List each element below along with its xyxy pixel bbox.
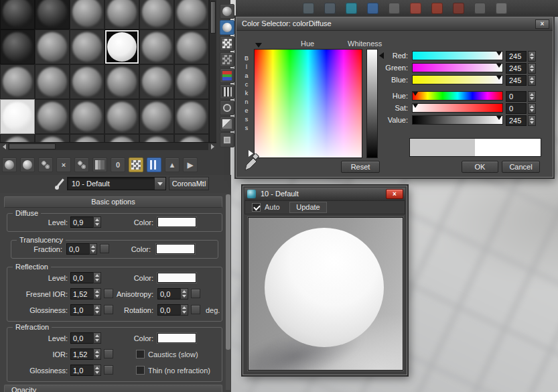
background-button[interactable]	[220, 36, 234, 51]
make-material-copy-button[interactable]	[74, 157, 89, 172]
hue-slider-marker[interactable]	[413, 92, 418, 96]
main-toolbar-icon[interactable]	[303, 3, 314, 14]
reset-material-button[interactable]: ×	[56, 157, 71, 172]
scrollbar-handle[interactable]	[226, 194, 230, 350]
sample-slot[interactable]	[174, 0, 209, 29]
green-spinner[interactable]	[528, 63, 536, 74]
main-toolbar-icon[interactable]	[324, 3, 336, 14]
hue-value-field[interactable]: 0	[506, 91, 527, 102]
blue-slider-marker[interactable]	[496, 76, 502, 80]
main-toolbar-icon[interactable]	[346, 3, 357, 14]
sample-slot[interactable]	[70, 0, 104, 29]
green-value-field[interactable]: 245	[506, 63, 527, 74]
sample-slot[interactable]	[0, 64, 35, 99]
refraction-glossiness-spinner[interactable]: 1,0	[70, 365, 101, 376]
get-material-button[interactable]	[2, 157, 17, 172]
scrollbar-handle[interactable]	[210, 1, 216, 34]
sample-slot[interactable]	[139, 0, 174, 29]
main-toolbar-icon[interactable]	[367, 3, 378, 14]
scrollbar-handle[interactable]	[9, 143, 56, 149]
sample-slot[interactable]	[35, 134, 70, 142]
sample-uv-tiling-button[interactable]	[220, 52, 234, 67]
pick-material-eyedropper-icon[interactable]	[54, 178, 66, 190]
reflection-color-swatch[interactable]	[157, 273, 196, 283]
ior-map-button[interactable]	[104, 349, 113, 358]
blue-slider[interactable]	[412, 75, 503, 84]
sat-value-field[interactable]: 0	[506, 103, 527, 114]
sample-slot[interactable]	[139, 99, 174, 134]
refraction-color-swatch[interactable]	[157, 333, 196, 343]
reflection-glossiness-spinner[interactable]: 1,0	[70, 304, 101, 316]
blue-value-field[interactable]: 245	[506, 75, 527, 86]
sample-slot[interactable]	[174, 99, 209, 134]
sample-slot[interactable]	[0, 134, 35, 142]
reset-button[interactable]: Reset	[341, 161, 380, 173]
spinner-arrows-icon[interactable]	[93, 365, 101, 376]
sample-slot[interactable]	[139, 64, 174, 99]
slots-vertical-scrollbar[interactable]	[209, 0, 216, 142]
sample-slot[interactable]	[35, 0, 70, 29]
spinner-arrows-icon[interactable]	[93, 332, 101, 344]
fresnel-ior-spinner[interactable]: 1,52	[70, 288, 101, 300]
sample-slot[interactable]	[70, 99, 104, 134]
material-name-dropdown[interactable]: 10 - Default	[67, 177, 166, 190]
spinner-arrows-icon[interactable]	[93, 348, 101, 360]
value-slider-marker[interactable]	[496, 116, 502, 120]
screen-color-picker-icon[interactable]	[243, 153, 259, 172]
sample-slot[interactable]	[0, 99, 35, 134]
value-slider[interactable]	[412, 115, 503, 125]
ok-button[interactable]: OK	[462, 161, 498, 173]
anisotropy-map-button[interactable]	[191, 289, 200, 298]
sample-slot[interactable]	[174, 64, 209, 99]
dropdown-arrow[interactable]	[154, 178, 165, 190]
rollout-scrollbar[interactable]	[226, 194, 230, 390]
sample-slot[interactable]	[139, 29, 174, 64]
sample-slot-selected[interactable]	[104, 29, 139, 64]
assign-material-button[interactable]	[38, 157, 53, 172]
scroll-right-arrow[interactable]	[208, 143, 216, 150]
red-value-field[interactable]: 245	[506, 51, 527, 62]
refraction-level-spinner[interactable]: 0,0	[70, 332, 101, 344]
translucency-color-swatch[interactable]	[156, 244, 195, 254]
red-spinner[interactable]	[528, 51, 536, 62]
sample-slot[interactable]	[70, 64, 104, 99]
show-map-in-viewport-button[interactable]	[129, 157, 143, 172]
fraction-spinner[interactable]: 0,0	[66, 243, 97, 255]
value-spinner[interactable]	[528, 115, 536, 126]
value-value-field[interactable]: 245	[506, 115, 527, 126]
auto-checkbox[interactable]	[252, 203, 261, 212]
sample-slot[interactable]	[70, 134, 104, 142]
sample-slot[interactable]	[174, 29, 209, 64]
green-slider-marker[interactable]	[496, 64, 502, 68]
red-slider[interactable]	[412, 51, 503, 60]
sample-slot[interactable]	[104, 134, 139, 142]
ior-spinner[interactable]: 1,52	[70, 348, 101, 360]
show-end-result-button[interactable]	[147, 157, 161, 172]
main-toolbar-icon[interactable]	[431, 3, 443, 14]
red-slider-marker[interactable]	[496, 52, 502, 56]
basic-options-header[interactable]: Basic options	[4, 196, 222, 208]
put-material-to-scene-button[interactable]	[20, 157, 35, 172]
dialog-close-button[interactable]: ×	[535, 19, 549, 29]
update-button[interactable]: Update	[289, 202, 327, 213]
sample-slot[interactable]	[174, 134, 209, 142]
go-to-parent-button[interactable]: ▲	[165, 157, 180, 172]
slots-horizontal-scrollbar[interactable]	[0, 142, 216, 150]
video-color-check-button[interactable]	[220, 68, 234, 83]
sample-slot[interactable]	[104, 99, 139, 134]
anisotropy-spinner[interactable]: 0,0	[157, 288, 188, 300]
material-map-navigator-button[interactable]	[220, 133, 234, 147]
thin-checkbox[interactable]	[136, 366, 145, 375]
main-toolbar-icon[interactable]	[453, 3, 464, 14]
diffuse-level-spinner[interactable]: 0,9	[70, 216, 101, 228]
main-toolbar-icon[interactable]	[410, 3, 421, 14]
reflection-level-spinner[interactable]: 0,0	[70, 272, 101, 283]
preview-close-button[interactable]: ×	[386, 189, 403, 199]
main-toolbar-icon[interactable]	[389, 3, 400, 14]
spinner-arrows-icon[interactable]	[180, 288, 188, 300]
sample-slot[interactable]	[0, 0, 35, 29]
sample-slot[interactable]	[70, 29, 104, 64]
sat-spinner[interactable]	[528, 103, 536, 114]
sample-slot[interactable]	[0, 29, 35, 64]
diffuse-color-swatch[interactable]	[157, 217, 196, 227]
